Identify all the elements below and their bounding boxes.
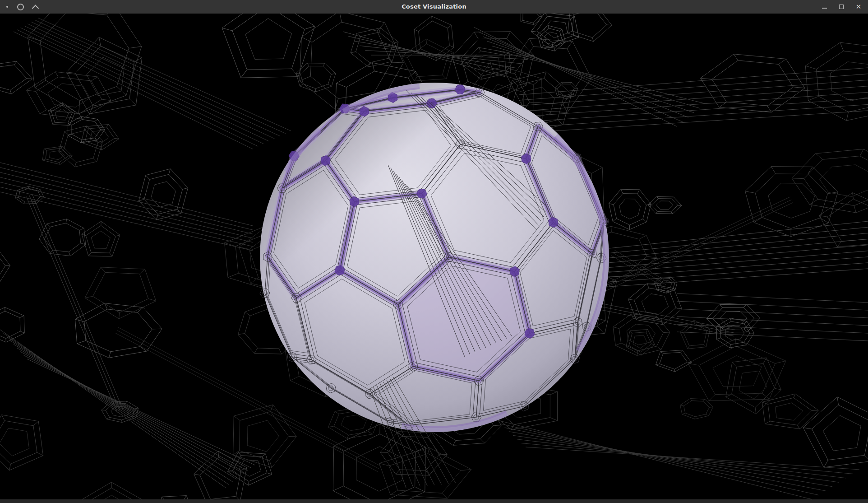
record-circle-icon[interactable]: [17, 4, 24, 10]
titlebar[interactable]: Coset Visualization ✕: [0, 0, 868, 14]
window-controls: ✕: [821, 0, 862, 14]
app-window: Coset Visualization ✕: [0, 0, 868, 503]
window-border-bottom: [0, 499, 868, 503]
maximize-button[interactable]: [838, 4, 845, 10]
minimize-icon: [822, 8, 827, 9]
chevron-up-icon[interactable]: [32, 5, 39, 12]
coset-3d-viewport[interactable]: [0, 14, 868, 499]
minimize-button[interactable]: [821, 4, 827, 10]
close-button[interactable]: ✕: [855, 4, 862, 10]
maximize-icon: [839, 5, 844, 9]
window-title: Coset Visualization: [0, 0, 868, 14]
indicator-dot-icon: [6, 6, 8, 8]
titlebar-left-icons: [6, 4, 38, 10]
